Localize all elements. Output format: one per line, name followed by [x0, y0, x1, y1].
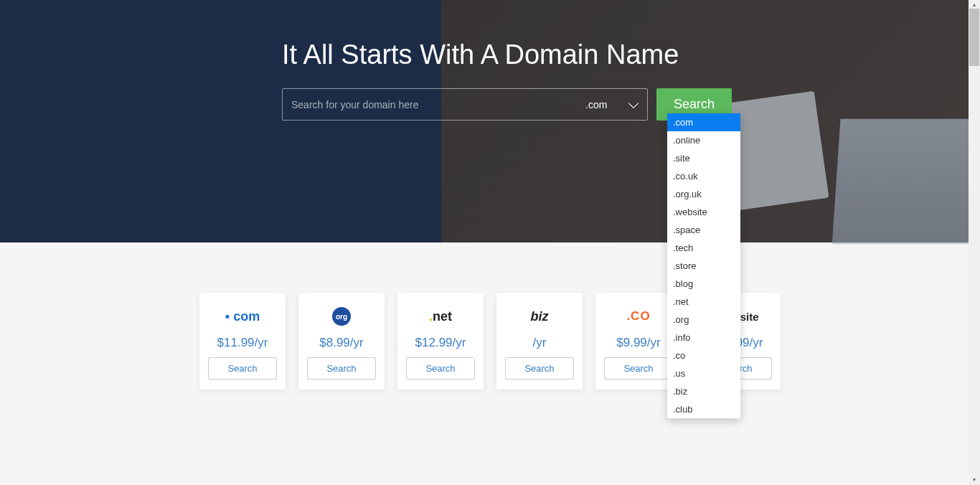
hero-bg-laptop	[832, 119, 980, 244]
tld-search-button[interactable]: Search	[604, 357, 673, 380]
search-box: .com	[282, 88, 648, 121]
tld-option[interactable]: .us	[667, 364, 740, 382]
tld-price: $12.99/yr	[406, 336, 475, 350]
tld-option[interactable]: .co.uk	[667, 167, 740, 185]
hero-banner: It All Starts With A Domain Name .com Se…	[0, 0, 980, 242]
tld-logo-net: net	[406, 306, 475, 327]
tld-logo-biz: biz	[505, 306, 574, 327]
tld-price: $9.99/yr	[604, 336, 673, 350]
tld-option[interactable]: .tech	[667, 239, 740, 257]
tld-option[interactable]: .blog	[667, 275, 740, 293]
tld-option[interactable]: .org.uk	[667, 185, 740, 203]
chevron-down-icon	[628, 98, 639, 108]
tld-option[interactable]: .co	[667, 347, 740, 364]
tld-card-com: com $11.99/yr Search	[199, 293, 286, 390]
tld-card-net: net $12.99/yr Search	[397, 293, 484, 390]
tld-option[interactable]: .biz	[667, 382, 740, 400]
tld-search-button[interactable]: Search	[505, 357, 574, 380]
tld-logo-org: org	[307, 306, 376, 327]
scrollbar-up-arrow-icon[interactable]: ▴	[971, 1, 978, 9]
tld-option[interactable]: .net	[667, 293, 740, 311]
tld-search-button[interactable]: Search	[208, 357, 277, 380]
tld-price: $11.99/yr	[208, 336, 277, 350]
tld-option[interactable]: .info	[667, 329, 740, 347]
tld-option[interactable]: .site	[667, 149, 740, 167]
scrollbar-thumb[interactable]	[969, 9, 979, 66]
tld-card-biz: biz /yr Search	[496, 293, 583, 390]
tld-selected-label: .com	[585, 99, 607, 110]
tld-option[interactable]: .org	[667, 311, 740, 329]
tld-price: $8.99/yr	[307, 336, 376, 350]
tld-select-dropdown[interactable]: .com	[575, 89, 647, 120]
tld-search-button[interactable]: Search	[406, 357, 475, 380]
tld-logo-com: com	[208, 306, 277, 327]
tld-search-button[interactable]: Search	[307, 357, 376, 380]
tld-option[interactable]: .website	[667, 203, 740, 221]
domain-search-input[interactable]	[283, 89, 575, 120]
scrollbar-vertical[interactable]: ▴ ▾	[969, 0, 980, 485]
tld-dropdown-menu[interactable]: .com.online.site.co.uk.org.uk.website.sp…	[667, 113, 740, 418]
tld-option[interactable]: .store	[667, 257, 740, 275]
tld-option[interactable]: .space	[667, 221, 740, 239]
tld-option[interactable]: .com	[667, 113, 740, 131]
tld-card-org: org $8.99/yr Search	[298, 293, 385, 390]
tld-option[interactable]: .club	[667, 400, 740, 418]
tld-price: /yr	[505, 336, 574, 350]
tld-option[interactable]: .online	[667, 131, 740, 149]
tld-pricing-cards: com $11.99/yr Search org $8.99/yr Search…	[95, 242, 885, 440]
search-row: .com Search	[282, 88, 885, 121]
hero-title: It All Starts With A Domain Name	[282, 39, 885, 70]
tld-logo-co: CO	[604, 306, 673, 327]
scrollbar-down-arrow-icon[interactable]: ▾	[971, 476, 978, 484]
